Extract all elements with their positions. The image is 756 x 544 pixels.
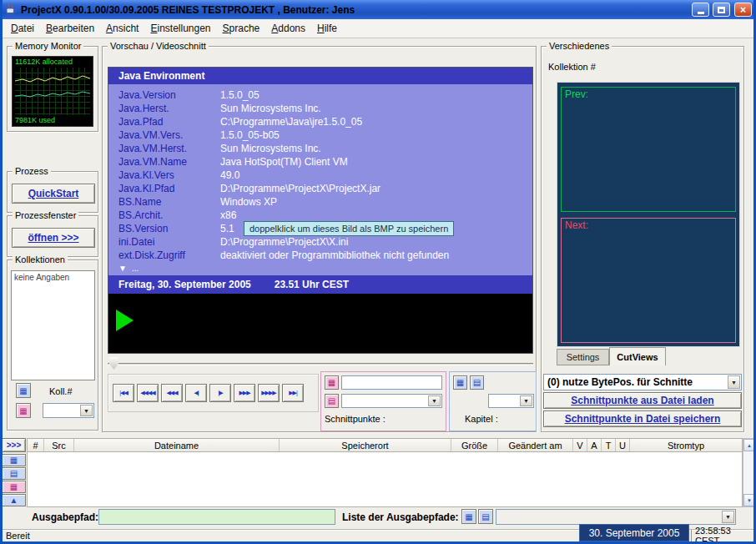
env-value: deaktiviert oder Programmbibliothek nich…: [220, 249, 449, 261]
column-header-geaendert[interactable]: Geändert am: [498, 439, 573, 451]
remove-output-path-button[interactable]: ▤: [478, 509, 493, 524]
env-key: Java.Kl.Vers: [118, 169, 220, 181]
prev-frame-view: Prev:: [561, 87, 736, 212]
load-cutpoints-button[interactable]: Schnittpunkte aus Datei laden: [543, 392, 742, 409]
seek-start-button[interactable]: |◀◀: [113, 384, 134, 402]
window-title: ProjectX 0.90.1.00/30.09.2005 REINES TES…: [21, 4, 688, 16]
close-button[interactable]: ×: [734, 3, 752, 17]
column-header-dateiname[interactable]: Dateiname: [74, 439, 280, 451]
add-file-button[interactable]: ▦: [2, 454, 26, 466]
group-title: Kollektionen: [13, 254, 68, 265]
grid-icon: ▤: [481, 512, 489, 521]
slider-thumb[interactable]: [109, 357, 118, 370]
group-title: Memory Monitor: [13, 41, 83, 52]
env-value: Sun Microsystems Inc.: [220, 143, 321, 154]
file-table-body[interactable]: [27, 452, 743, 507]
seek-end-button[interactable]: ▶▶|: [282, 384, 304, 402]
tab-settings[interactable]: Settings: [557, 349, 609, 365]
env-value: 1.5.0_05: [220, 89, 260, 101]
output-path-field[interactable]: [98, 509, 335, 525]
menu-datei[interactable]: Datei: [5, 20, 40, 37]
seek-back-button[interactable]: ◀◀◀: [161, 384, 183, 402]
column-header-groesse[interactable]: Größe: [451, 439, 498, 451]
chevron-down-icon: ▼: [728, 375, 740, 389]
expand-table-button[interactable]: >>>: [2, 438, 26, 452]
column-header-speicherort[interactable]: Speicherort: [280, 439, 451, 451]
verschiedenes-group: Verschiedenes Kollektion # Prev: Next: S…: [541, 46, 744, 432]
group-title: Verschiedenes: [547, 41, 612, 52]
menu-addons[interactable]: Addons: [265, 20, 311, 37]
remove-collection-button[interactable]: ▦: [16, 403, 31, 418]
seek-forward-button[interactable]: ▶▶▶: [234, 384, 255, 402]
tab-cutviews[interactable]: CutViews: [609, 347, 666, 365]
table-scrollbar[interactable]: ▲ ▼: [743, 438, 756, 507]
env-key: ini.Datei: [118, 236, 220, 248]
cutpoint-input[interactable]: [341, 375, 442, 390]
column-header-index[interactable]: #: [28, 439, 44, 451]
scroll-down-icon[interactable]: ▼: [743, 494, 755, 506]
column-header-a[interactable]: A: [587, 439, 602, 451]
env-row: Java.VM.Vers.1.5.0_05-b05: [108, 128, 532, 142]
next-label: Next:: [562, 219, 735, 231]
quickstart-button[interactable]: QuickStart: [12, 184, 95, 204]
remove-chapter-button[interactable]: ▤: [470, 375, 484, 390]
cutview-panel: Prev: Next:: [557, 82, 740, 347]
seek-back-fast-button[interactable]: ◀◀◀◀: [137, 384, 159, 402]
menu-hilfe[interactable]: Hilfe: [311, 20, 343, 37]
env-row: BS.NameWindows XP: [108, 195, 532, 209]
menu-sprache[interactable]: Sprache: [217, 20, 266, 37]
frame-forward-button[interactable]: |▶: [209, 384, 231, 402]
column-header-u[interactable]: U: [616, 439, 630, 451]
preview-time: 23.51 Uhr CEST: [275, 279, 349, 290]
remove-file-button[interactable]: ▦: [2, 481, 26, 493]
output-path-combo[interactable]: ▼: [496, 509, 736, 525]
kollektion-number-label: Kollektion #: [548, 62, 596, 72]
arrow-up-icon: ▲: [10, 496, 18, 505]
video-preview-screen[interactable]: Java Environment Java.Version1.5.0_05 Ja…: [108, 67, 533, 354]
column-header-stromtyp[interactable]: Stromtyp: [630, 439, 742, 451]
chevron-down-icon: ▼: [80, 405, 93, 416]
menu-einstellungen[interactable]: Einstellungen: [144, 20, 216, 37]
minimize-button[interactable]: [692, 3, 709, 17]
combo-value: [496, 510, 735, 511]
env-row: Java.VM.Herst.Sun Microsystems Inc.: [108, 142, 532, 155]
slider-track[interactable]: [108, 363, 533, 365]
add-chapter-button[interactable]: ▦: [453, 375, 467, 390]
collections-list[interactable]: keine Angaben: [11, 270, 95, 380]
collection-number-combo[interactable]: ▼: [43, 403, 94, 418]
navigation-panel: |◀◀ ◀◀◀◀ ◀◀◀ ◀| |▶ ▶▶▶ ▶▶▶▶ ▶▶|: [108, 374, 319, 412]
memory-used-text: 7981K used: [15, 116, 90, 125]
file-list-button[interactable]: ▤: [2, 467, 26, 480]
frame-back-button[interactable]: ◀|: [185, 384, 207, 402]
cut-mode-combo[interactable]: (0) nutze BytePos. für Schnitte ▼: [543, 374, 742, 390]
memory-monitor-display[interactable]: 11612K allocated 7981K used: [12, 56, 93, 127]
save-cutpoints-button[interactable]: Schnittpunkte in Datei speichern: [543, 411, 742, 427]
column-header-src[interactable]: Src: [44, 439, 74, 451]
cutpoint-combo[interactable]: ▼: [341, 394, 442, 408]
add-collection-button[interactable]: ▦: [16, 383, 31, 398]
seek-forward-fast-button[interactable]: ▶▶▶▶: [258, 384, 280, 402]
env-value: Sun Microsystems Inc.: [220, 103, 321, 114]
grid-icon: ▦: [10, 482, 18, 491]
prev-label: Prev:: [562, 88, 735, 100]
chapter-combo[interactable]: ▼: [488, 394, 534, 408]
remove-cutpoint-button[interactable]: ▤: [325, 394, 339, 408]
env-key: Java.Kl.Pfad: [118, 183, 220, 194]
grid-icon: ▤: [473, 378, 481, 387]
menu-bearbeiten[interactable]: Bearbeiten: [40, 20, 100, 37]
open-process-window-button[interactable]: öffnen >>>: [12, 228, 95, 248]
column-header-v[interactable]: V: [573, 439, 587, 451]
column-header-t[interactable]: T: [602, 439, 616, 451]
env-value: C:\Programme\Java\jre1.5.0_05: [220, 116, 362, 128]
status-ready-text: Bereit: [6, 531, 30, 541]
menu-ansicht[interactable]: Ansicht: [100, 20, 144, 37]
maximize-icon: [718, 7, 725, 13]
add-cutpoint-button[interactable]: ▦: [325, 375, 339, 390]
add-output-path-button[interactable]: ▦: [461, 509, 476, 524]
app-window: ProjectX 0.90.1.00/30.09.2005 REINES TES…: [0, 0, 756, 544]
scroll-up-icon[interactable]: ▲: [743, 439, 755, 451]
env-key: Java.Pfad: [118, 116, 220, 128]
maximize-button[interactable]: [713, 3, 730, 17]
grid-icon: ▦: [10, 456, 18, 465]
move-up-button[interactable]: ▲: [2, 494, 26, 506]
